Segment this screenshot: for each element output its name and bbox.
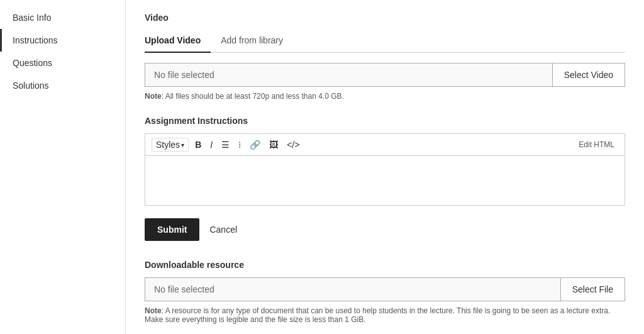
editor-body[interactable] xyxy=(145,155,625,206)
sidebar-item-label: Solutions xyxy=(13,81,49,91)
ordered-list-icon: ☰ xyxy=(221,140,230,150)
video-note: Note: All files should be at least 720p … xyxy=(145,92,625,101)
sidebar-item-label: Basic Info xyxy=(13,13,51,23)
cancel-button[interactable]: Cancel xyxy=(207,218,240,241)
downloadable-section-title: Downloadable resource xyxy=(145,260,625,270)
sidebar-item-questions[interactable]: Questions xyxy=(0,52,125,74)
code-button[interactable]: </> xyxy=(284,138,302,151)
styles-dropdown[interactable]: Styles xyxy=(152,138,189,152)
submit-button[interactable]: Submit xyxy=(145,218,199,241)
form-actions: Submit Cancel xyxy=(145,218,625,241)
link-button[interactable]: 🔗 xyxy=(247,138,263,151)
unordered-list-button[interactable]: ⁝ xyxy=(236,138,243,151)
video-tabs: Upload Video Add from library xyxy=(145,30,625,53)
sidebar: Basic Info Instructions Questions Soluti… xyxy=(0,0,126,334)
toolbar-left: Styles B I ☰ ⁝ 🔗 🖼 </> xyxy=(152,138,302,152)
code-icon: </> xyxy=(287,140,299,150)
image-button[interactable]: 🖼 xyxy=(267,138,280,151)
downloadable-file-display: No file selected xyxy=(145,278,560,301)
downloadable-section: Downloadable resource No file selected S… xyxy=(145,260,625,324)
link-icon: 🔗 xyxy=(250,140,260,150)
sidebar-item-instructions[interactable]: Instructions xyxy=(0,29,125,52)
unordered-list-icon: ⁝ xyxy=(238,140,241,150)
select-video-button[interactable]: Select Video xyxy=(552,64,625,86)
video-file-input-row: No file selected Select Video xyxy=(145,63,625,87)
image-icon: 🖼 xyxy=(269,140,278,150)
italic-button[interactable]: I xyxy=(208,138,215,151)
select-file-button[interactable]: Select File xyxy=(560,278,625,301)
editor-toolbar: Styles B I ☰ ⁝ 🔗 🖼 </> xyxy=(145,133,625,155)
ordered-list-button[interactable]: ☰ xyxy=(219,138,232,151)
video-file-display: No file selected xyxy=(145,64,552,86)
tab-upload-video[interactable]: Upload Video xyxy=(145,30,211,53)
instructions-section-title: Assignment Instructions xyxy=(145,116,625,126)
video-section: Video Upload Video Add from library No f… xyxy=(145,13,625,101)
sidebar-item-solutions[interactable]: Solutions xyxy=(0,74,125,97)
tab-add-from-library[interactable]: Add from library xyxy=(221,30,293,53)
sidebar-item-basic-info[interactable]: Basic Info xyxy=(0,6,125,29)
downloadable-file-input-row: No file selected Select File xyxy=(145,277,625,301)
sidebar-item-label: Instructions xyxy=(13,35,58,45)
edit-html-button[interactable]: Edit HTML xyxy=(575,139,618,150)
bold-button[interactable]: B xyxy=(192,138,204,151)
main-content: Video Upload Video Add from library No f… xyxy=(126,0,644,334)
instructions-section: Assignment Instructions Styles B I ☰ ⁝ 🔗 xyxy=(145,116,625,206)
video-section-title: Video xyxy=(145,13,625,23)
sidebar-item-label: Questions xyxy=(13,58,52,68)
downloadable-note: Note: A resource is for any type of docu… xyxy=(145,306,625,324)
